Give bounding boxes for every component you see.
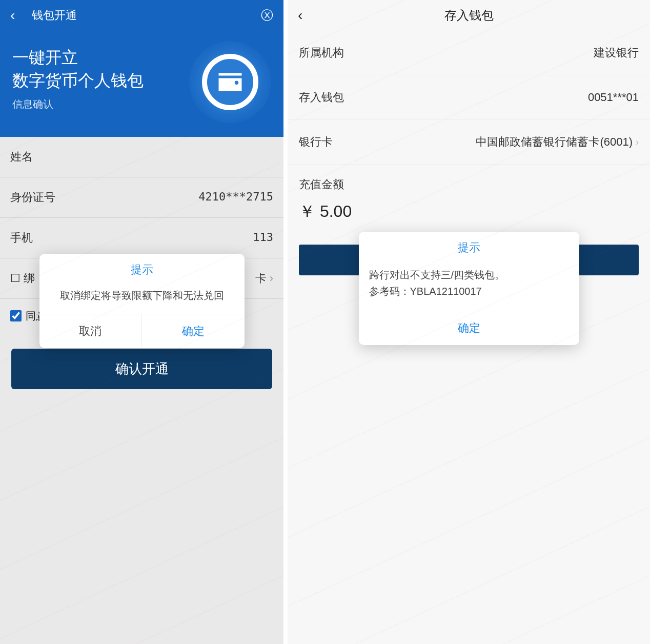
screen-deposit: ‹ 存入钱包 所属机构 建设银行 存入钱包 0051***01 银行卡 中国邮政…	[288, 0, 650, 644]
left-header: ‹ 钱包开通 ⓧ	[0, 0, 283, 31]
wallet-icon	[189, 41, 271, 123]
card-value: 中国邮政储蓄银行储蓄卡(6001)	[333, 134, 633, 150]
org-label: 所属机构	[299, 45, 344, 61]
amount-value: ￥ 5.00	[288, 197, 650, 235]
row-org: 所属机构 建设银行	[288, 31, 650, 75]
right-header: ‹ 存入钱包	[288, 0, 650, 31]
id-label: 身份证号	[10, 190, 55, 205]
modal-body: 取消绑定将导致限额下降和无法兑回	[39, 284, 245, 314]
page-title: 存入钱包	[319, 7, 618, 24]
ok-button[interactable]: 确定	[359, 311, 579, 345]
row-phone[interactable]: 手机 113	[0, 218, 283, 258]
modal-body: 跨行对出不支持三/四类钱包。 参考码：YBLA12110017	[359, 261, 579, 311]
chevron-right-icon: ›	[270, 272, 273, 285]
ok-button[interactable]: 确定	[141, 314, 245, 348]
modal-body-line2: 参考码：YBLA12110017	[369, 283, 569, 299]
amount-label: 充值金额	[288, 165, 650, 197]
modal-body-line1: 跨行对出不支持三/四类钱包。	[369, 267, 569, 283]
row-name[interactable]: 姓名	[0, 137, 283, 177]
left-modal: 提示 取消绑定将导致限额下降和无法兑回 取消 确定	[39, 254, 245, 348]
page-title: 钱包开通	[32, 8, 261, 23]
chevron-right-icon: ›	[636, 137, 639, 148]
back-icon[interactable]: ‹	[10, 7, 23, 24]
banner: 一键开立 数字货币个人钱包 信息确认	[0, 31, 283, 137]
row-wallet[interactable]: 存入钱包 0051***01	[288, 75, 650, 120]
name-label: 姓名	[10, 149, 33, 165]
agree-checkbox[interactable]	[10, 310, 22, 321]
right-modal: 提示 跨行对出不支持三/四类钱包。 参考码：YBLA12110017 确定	[359, 232, 579, 345]
bind-checkbox[interactable]: ☐ 绑	[10, 271, 35, 286]
screen-wallet-open: ‹ 钱包开通 ⓧ 一键开立 数字货币个人钱包 信息确认 姓名 身份证号 4210…	[0, 0, 283, 644]
cancel-button[interactable]: 取消	[39, 314, 142, 348]
confirm-open-button[interactable]: 确认开通	[11, 349, 272, 389]
modal-actions: 确定	[359, 311, 579, 345]
modal-title: 提示	[359, 232, 579, 261]
modal-title: 提示	[39, 254, 245, 284]
row-card[interactable]: 银行卡 中国邮政储蓄银行储蓄卡(6001) ›	[288, 120, 650, 165]
org-value: 建设银行	[344, 45, 639, 61]
row-id[interactable]: 身份证号 4210***2715	[0, 177, 283, 218]
modal-actions: 取消 确定	[39, 314, 245, 348]
card-label: 银行卡	[299, 134, 333, 150]
phone-value: 113	[33, 231, 273, 245]
wallet-value: 0051***01	[344, 91, 639, 104]
close-icon[interactable]: ⓧ	[261, 7, 273, 24]
id-value: 4210***2715	[55, 190, 273, 205]
wallet-label: 存入钱包	[299, 90, 344, 105]
phone-label: 手机	[10, 230, 33, 246]
back-icon[interactable]: ‹	[298, 7, 310, 24]
